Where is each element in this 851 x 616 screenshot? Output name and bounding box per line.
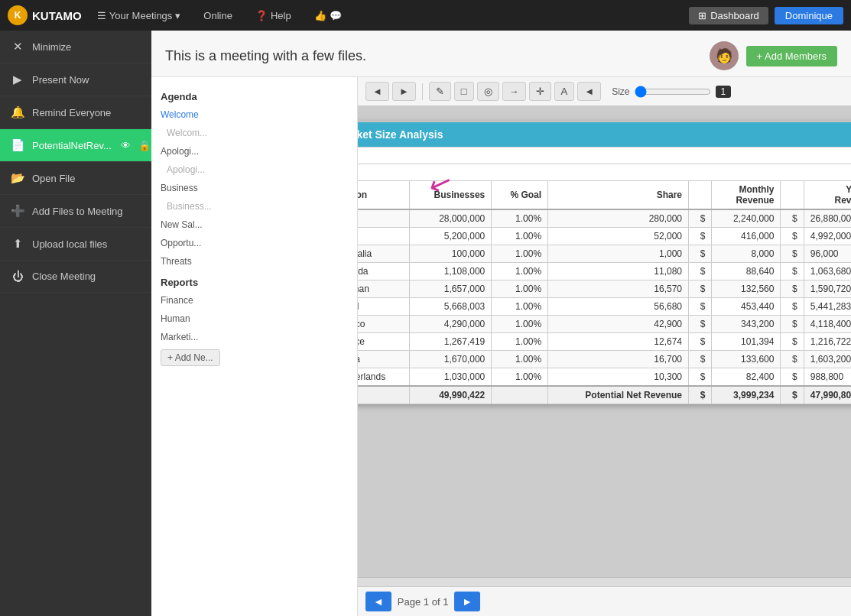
cell-region: Netherlands bbox=[358, 368, 410, 387]
size-slider[interactable] bbox=[635, 86, 711, 98]
app-logo: K KUTAMO bbox=[8, 5, 82, 25]
meeting-header: This is a meeting with a few files. 🧑 + … bbox=[151, 31, 851, 77]
add-file-icon: ➕ bbox=[11, 204, 24, 218]
nav-reactions[interactable]: 👍 💬 bbox=[307, 7, 349, 24]
cell-share: 52,000 bbox=[548, 228, 689, 245]
col-businesses: Businesses bbox=[410, 181, 492, 210]
cell-yearly: 1,603,200 bbox=[804, 351, 851, 368]
back-button[interactable]: ◄ bbox=[365, 82, 389, 101]
user-button[interactable]: Dominique bbox=[775, 7, 843, 24]
empty-row-2 bbox=[358, 164, 851, 181]
next-page-button[interactable]: ► bbox=[454, 592, 480, 611]
nav-online[interactable]: Online bbox=[196, 7, 240, 24]
avatar: 🧑 bbox=[710, 41, 739, 70]
total-yearly: 47,990,805 bbox=[804, 386, 851, 404]
add-members-button[interactable]: + Add Members bbox=[746, 46, 837, 66]
nav-meetings[interactable]: ☰ Your Meetings ▾ bbox=[89, 7, 189, 24]
total-region bbox=[358, 386, 410, 404]
col-header-row: Region Businesses % Goal Share MonthlyRe… bbox=[358, 181, 851, 210]
cell-d1: $ bbox=[689, 298, 712, 316]
cell-share: 56,680 bbox=[548, 298, 689, 316]
table-row: Netherlands 1,030,000 1.00% 10,300 $ 82,… bbox=[358, 368, 851, 387]
help-icon: ❓ bbox=[255, 10, 268, 21]
sidebar-close-meeting[interactable]: ⏻ Close Meeting bbox=[0, 261, 151, 293]
spreadsheet-container: ↙ Market Size Analysis bbox=[358, 122, 851, 404]
agenda-item-welcome-sub[interactable]: Welcom... bbox=[151, 124, 357, 142]
cell-goal: 1.00% bbox=[492, 316, 548, 333]
logo-text: KUTAMO bbox=[32, 9, 82, 22]
nav-help[interactable]: ❓ Help bbox=[248, 7, 299, 24]
dashboard-button[interactable]: ⊞ Dashboard bbox=[689, 7, 768, 24]
agenda-item-finance[interactable]: Finance bbox=[151, 291, 357, 310]
horizontal-scrollbar[interactable] bbox=[358, 577, 851, 586]
cell-d2: $ bbox=[781, 368, 804, 387]
cell-share: 10,300 bbox=[548, 368, 689, 387]
cell-d2: $ bbox=[781, 351, 804, 368]
cell-d2: $ bbox=[781, 263, 804, 280]
agenda-item-apologies[interactable]: Apologi... bbox=[151, 142, 357, 160]
cell-region: China bbox=[358, 351, 410, 368]
cell-share: 16,570 bbox=[548, 280, 689, 298]
cell-region: France bbox=[358, 333, 410, 351]
cell-d1: $ bbox=[689, 263, 712, 280]
cell-businesses: 1,108,000 bbox=[410, 263, 492, 280]
close-icon: ✕ bbox=[11, 40, 24, 53]
agenda-item-business[interactable]: Business bbox=[151, 179, 357, 197]
sidebar-present-now[interactable]: ▶ Present Now bbox=[0, 63, 151, 96]
arrow-button[interactable]: → bbox=[502, 82, 526, 101]
sidebar-file-active[interactable]: 📄 PotentialNetRev... 👁 🔒 bbox=[0, 129, 151, 162]
pencil-button[interactable]: ✎ bbox=[429, 82, 451, 101]
lock-icon: 🔒 bbox=[138, 140, 151, 151]
agenda-item-new-sales[interactable]: New Sal... bbox=[151, 216, 357, 234]
cell-yearly: 5,441,283 bbox=[804, 298, 851, 316]
cell-goal: 1.00% bbox=[492, 333, 548, 351]
agenda-add-button[interactable]: + Add Ne... bbox=[161, 349, 220, 366]
cell-monthly: 101,394 bbox=[712, 333, 781, 351]
agenda-item-human[interactable]: Human bbox=[151, 310, 357, 328]
power-icon: ⏻ bbox=[11, 270, 24, 283]
agenda-item-welcome[interactable]: Welcome bbox=[151, 105, 357, 124]
cell-d2: $ bbox=[781, 333, 804, 351]
table-row: China 1,670,000 1.00% 16,700 $ 133,600 $… bbox=[358, 351, 851, 368]
cell-businesses: 5,668,003 bbox=[410, 298, 492, 316]
cell-yearly: 4,992,000 bbox=[804, 228, 851, 245]
sidebar-minimize[interactable]: ✕ Minimize bbox=[0, 31, 151, 63]
total-goal bbox=[492, 386, 548, 404]
table-row: German 1,657,000 1.00% 16,570 $ 132,560 … bbox=[358, 280, 851, 298]
col-goal: % Goal bbox=[492, 181, 548, 210]
sidebar-remind-everyone[interactable]: 🔔 Remind Everyone bbox=[0, 96, 151, 129]
cell-businesses: 4,290,000 bbox=[410, 316, 492, 333]
text-button[interactable]: A bbox=[554, 82, 575, 101]
forward-button[interactable]: ► bbox=[392, 82, 416, 101]
page-info: Page 1 of 1 bbox=[398, 596, 449, 608]
cell-d1: $ bbox=[689, 245, 712, 263]
agenda-item-opportunities[interactable]: Opportu... bbox=[151, 234, 357, 252]
viewer-canvas[interactable]: ↙ Market Size Analysis bbox=[358, 106, 851, 577]
prev-page-button[interactable]: ◄ bbox=[365, 592, 391, 611]
pointer-button[interactable]: ◄ bbox=[577, 82, 601, 101]
cell-d2: $ bbox=[781, 209, 804, 228]
cell-region: Mexico bbox=[358, 316, 410, 333]
cell-d1: $ bbox=[689, 316, 712, 333]
table-row: Canada 1,108,000 1.00% 11,080 $ 88,640 $… bbox=[358, 263, 851, 280]
chevron-down-icon: ▾ bbox=[175, 10, 180, 21]
cell-yearly: 1,063,680 bbox=[804, 263, 851, 280]
cell-region: Canada bbox=[358, 263, 410, 280]
circle-button[interactable]: ◎ bbox=[477, 82, 499, 101]
agenda-item-threats[interactable]: Threats bbox=[151, 252, 357, 271]
nav-right: ⊞ Dashboard Dominique bbox=[689, 7, 843, 24]
size-control: Size 1 bbox=[612, 86, 731, 98]
agenda-item-marketing[interactable]: Marketi... bbox=[151, 328, 357, 346]
sidebar-upload[interactable]: ⬆ Upload local files bbox=[0, 228, 151, 261]
sidebar-open-file[interactable]: 📂 Open File bbox=[0, 162, 151, 195]
agenda-item-business-sub[interactable]: Business... bbox=[151, 197, 357, 216]
square-button[interactable]: □ bbox=[454, 82, 474, 101]
total-d2: $ bbox=[781, 386, 804, 404]
move-button[interactable]: ✛ bbox=[529, 82, 551, 101]
table-row: UK 5,200,000 1.00% 52,000 $ 416,000 $ 4,… bbox=[358, 228, 851, 245]
cell-goal: 1.00% bbox=[492, 298, 548, 316]
sidebar-add-files[interactable]: ➕ Add Files to Meeting bbox=[0, 195, 151, 228]
folder-icon: 📂 bbox=[11, 171, 24, 185]
agenda-item-apologies-sub[interactable]: Apologi... bbox=[151, 160, 357, 179]
cell-d1: $ bbox=[689, 333, 712, 351]
